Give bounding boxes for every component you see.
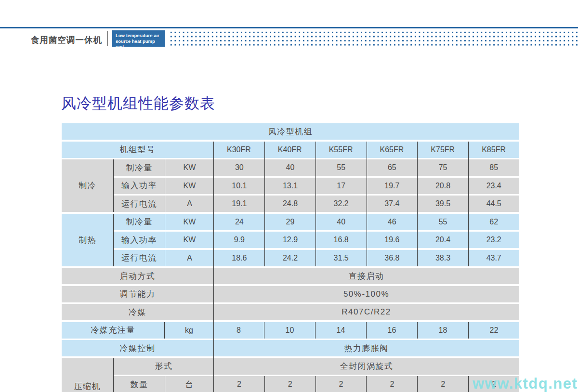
model-name-cell: K85FR <box>468 142 519 158</box>
row-value-cell: R407C/R22 <box>213 304 519 320</box>
value-cell: 10 <box>264 322 315 339</box>
row-label-cell: 冷媒控制 <box>62 340 213 356</box>
table-row: 形式全封闭涡旋式 <box>114 358 519 375</box>
unit-cell: 台 <box>165 376 214 392</box>
value-cell: 2 <box>264 376 315 392</box>
value-cell: 43.7 <box>468 250 519 266</box>
value-cell: 32.2 <box>315 196 367 212</box>
value-cell: 2 <box>214 376 264 392</box>
value-cell: 23.4 <box>468 178 519 194</box>
row-value-cell: 50%-100% <box>213 286 519 302</box>
column-rule <box>468 142 469 266</box>
model-name-cell: K40FR <box>264 142 315 158</box>
group-label-cell: 制冷 <box>62 159 113 212</box>
table-section: 制冷制冷量KW304055657585输入功率KW10.113.11719.72… <box>62 159 519 212</box>
value-cell: 55 <box>418 214 469 230</box>
badge-line1: Low temperature air <box>116 33 163 39</box>
value-cell: 23.2 <box>468 232 519 248</box>
value-cell: 31.5 <box>315 250 367 266</box>
section-rows: 制冷量KW242940465562输入功率KW9.912.916.819.620… <box>113 214 519 266</box>
row-label-cell: 输入功率 <box>114 232 165 248</box>
page-title: 风冷型机组性能参数表 <box>61 93 215 114</box>
row-label-cell: 启动方式 <box>62 268 213 284</box>
row-label-cell: 冷媒 <box>62 304 213 320</box>
group-label-cell: 压缩机 <box>62 358 113 392</box>
row-label-cell: 冷媒充注量 <box>62 322 164 339</box>
value-cell: 14 <box>315 322 366 339</box>
model-header-label: 机组型号 <box>62 142 213 158</box>
watermark: www.ktdq.net <box>473 375 578 392</box>
header-divider <box>107 31 108 46</box>
value-cell: 29 <box>265 214 316 230</box>
table-row: 制冷量KW304055657585 <box>114 159 519 176</box>
table-row: 冷媒R407C/R22 <box>62 304 519 320</box>
section-rows: 制冷量KW304055657585输入功率KW10.113.11719.720.… <box>113 159 519 212</box>
value-cell: 36.8 <box>367 250 418 266</box>
value-cell: 62 <box>468 214 519 230</box>
brand-text: 食用菌空调一休机 <box>31 34 102 46</box>
badge-line2: source heat pump unit <box>116 39 163 50</box>
header-rule <box>0 27 578 28</box>
value-cell: 24 <box>214 214 265 230</box>
value-cell: 16 <box>366 322 417 339</box>
unit-cell: KW <box>165 232 214 248</box>
unit-cell: A <box>165 250 214 266</box>
row-value-cell: 全封闭涡旋式 <box>214 358 519 375</box>
table-section: 制热制冷量KW242940465562输入功率KW9.912.916.819.6… <box>62 214 519 266</box>
value-cell: 10.1 <box>214 178 265 194</box>
table-row: 运行电流A19.124.832.237.439.544.5 <box>114 196 519 212</box>
value-cell: 39.5 <box>418 196 469 212</box>
column-rule <box>315 142 316 266</box>
header-badge: Low temperature air source heat pump uni… <box>112 30 165 47</box>
table-row: 冷媒控制热力膨胀阀 <box>62 340 519 356</box>
column-rule <box>417 142 418 266</box>
value-cell: 20.4 <box>418 232 469 248</box>
table-banner-cell: 风冷型机组 <box>62 123 519 140</box>
unit-cell: KW <box>165 178 214 194</box>
value-cell: 16.8 <box>315 232 367 248</box>
spec-table: 风冷型机组机组型号K30FRK40FRK55FRK65FRK75FRK85FR制… <box>62 123 519 392</box>
value-cell: 44.5 <box>468 196 519 212</box>
column-rule <box>367 142 367 266</box>
value-cell: 75 <box>418 159 469 176</box>
value-cell: 13.1 <box>265 178 316 194</box>
value-cell: 2 <box>366 376 417 392</box>
row-label-cell: 运行电流 <box>114 250 165 266</box>
column-rule <box>213 142 214 392</box>
value-cell: 40 <box>265 159 316 176</box>
value-cell: 12.9 <box>265 232 316 248</box>
value-cell: 55 <box>315 159 367 176</box>
value-cell: 2 <box>417 376 468 392</box>
model-name-cell: K75FR <box>417 142 468 158</box>
row-value-cell: 热力膨胀阀 <box>213 340 519 356</box>
group-label-cell: 制热 <box>62 214 113 266</box>
table-row: 冷媒充注量kg81014161822 <box>62 322 519 339</box>
unit-cell: kg <box>164 322 213 339</box>
value-cell: 65 <box>367 159 418 176</box>
value-cell: 38.3 <box>418 250 469 266</box>
value-cell: 85 <box>468 159 519 176</box>
value-cell: 30 <box>214 159 265 176</box>
row-label-cell: 运行电流 <box>114 196 165 212</box>
value-cell: 9.9 <box>214 232 265 248</box>
unit-cell: A <box>165 196 214 212</box>
row-label-cell: 输入功率 <box>114 178 165 194</box>
value-cell: 8 <box>213 322 264 339</box>
table-row: 调节能力50%-100% <box>62 286 519 302</box>
value-cell: 46 <box>367 214 418 230</box>
unit-cell: KW <box>165 214 214 230</box>
value-cell: 17 <box>315 178 367 194</box>
value-cell: 18 <box>417 322 468 339</box>
row-label-cell: 制冷量 <box>114 214 165 230</box>
column-rule <box>264 142 265 266</box>
model-name-cell: K30FR <box>213 142 264 158</box>
table-row: 风冷型机组 <box>62 123 519 140</box>
value-cell: 22 <box>468 322 519 339</box>
model-name-cell: K65FR <box>366 142 417 158</box>
value-cell: 19.7 <box>367 178 418 194</box>
value-cell: 18.6 <box>214 250 265 266</box>
value-cell: 24.8 <box>265 196 316 212</box>
row-value-cell: 直接启动 <box>213 268 519 284</box>
row-label-cell: 调节能力 <box>62 286 213 302</box>
table-row: 输入功率KW9.912.916.819.620.423.2 <box>114 232 519 248</box>
